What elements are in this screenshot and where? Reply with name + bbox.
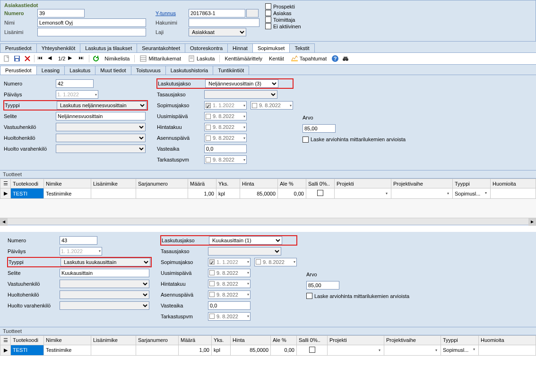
col-tuotekoodi[interactable]: Tuotekoodi	[11, 179, 44, 188]
table-row[interactable]: ▶ TESTI Testinimike 1,00 kpl 85,0000 0,0…	[0, 345, 536, 355]
col-projektivaihe[interactable]: Projektivaihe	[384, 335, 441, 345]
sopimusjakso-from-date[interactable]: ✓1. 1.2022▾	[204, 101, 247, 110]
prospekti-checkbox[interactable]	[265, 3, 271, 9]
cell-projekti[interactable]: ▾	[335, 188, 391, 199]
arvo-input[interactable]	[306, 281, 339, 290]
numero-input[interactable]	[56, 79, 94, 88]
cell-lisanimike[interactable]	[91, 345, 136, 355]
tasausjakso-select[interactable]	[204, 90, 277, 99]
subtab-leasing[interactable]: Leasing	[36, 66, 65, 75]
cell-nimike[interactable]: Testinimike	[44, 345, 91, 355]
tab-tekstit[interactable]: Tekstit	[289, 43, 314, 52]
col-tyyppi[interactable]: Tyyppi	[441, 335, 479, 345]
col-sarjanumero[interactable]: Sarjanumero	[136, 335, 179, 345]
nav-first-icon[interactable]: ⏮	[37, 55, 45, 62]
asennuspaiva-date[interactable]: 9. 8.2022▾	[208, 290, 251, 299]
tarkastuspvm-date[interactable]: 9. 8.2022▾	[204, 155, 247, 164]
col-salli0[interactable]: Salli 0%..	[297, 335, 328, 345]
selite-input[interactable]	[60, 269, 149, 277]
cell-ale[interactable]: 0,00	[271, 345, 297, 355]
col-yks[interactable]: Yks.	[216, 179, 240, 188]
tyyppi-select[interactable]: Laskutus kuukausittain	[61, 258, 150, 266]
tab-sopimukset[interactable]: Sopimukset	[252, 43, 290, 52]
cell-hinta[interactable]: 85,0000	[240, 188, 278, 199]
cell-huomioita[interactable]	[491, 188, 536, 199]
binoculars-icon[interactable]	[342, 55, 349, 62]
col-nimike[interactable]: Nimike	[44, 335, 91, 345]
uusimispaiva-date[interactable]: 9. 8.2022▾	[204, 112, 247, 120]
filter-icon[interactable]: ☰	[0, 179, 11, 188]
tab-perustiedot[interactable]: Perustiedot	[0, 43, 37, 52]
cell-projekti[interactable]: ▾	[328, 345, 384, 355]
subtab-tuntikiintiot[interactable]: Tuntikiintiöt	[213, 66, 249, 75]
mittarilukemat-button[interactable]: Mittarilukemat	[138, 54, 182, 63]
hintatakuu-date[interactable]: 9. 8.2022▾	[208, 280, 251, 288]
help-icon[interactable]: ?	[331, 55, 339, 62]
delete-icon[interactable]	[24, 55, 31, 62]
hintatakuu-date[interactable]: 9. 8.2022▾	[204, 123, 247, 131]
laskuta-button[interactable]: Laskuta	[186, 54, 217, 63]
subtab-toistuvuus[interactable]: Toistuvuus	[131, 66, 166, 75]
ytunnus-button[interactable]	[246, 9, 259, 17]
huoltovara-select[interactable]	[56, 145, 146, 153]
numero-input[interactable]	[37, 9, 85, 17]
paivays-date[interactable]: 1. 1.2022▾	[56, 90, 98, 99]
cell-tuotekoodi[interactable]: TESTI	[11, 188, 44, 199]
paivays-date[interactable]: 1. 1.2022▾	[60, 247, 102, 256]
cell-maara[interactable]: 1,00	[179, 345, 212, 355]
uusimispaiva-date[interactable]: 9. 8.2022▾	[208, 269, 251, 277]
cell-projektivaihe[interactable]: ▾	[384, 345, 441, 355]
cell-nimike[interactable]: Testinimike	[44, 188, 91, 199]
sopimusjakso-to-date[interactable]: 9. 8.2022▾	[251, 101, 293, 110]
col-projektivaihe[interactable]: Projektivaihe	[391, 179, 453, 188]
col-ale[interactable]: Ale %	[271, 335, 297, 345]
nimi-input[interactable]	[37, 18, 146, 27]
tarkastuspvm-date[interactable]: 9. 8.2022▾	[208, 312, 251, 321]
toimittaja-checkbox[interactable]	[265, 17, 271, 23]
new-icon[interactable]	[3, 55, 10, 62]
ytunnus-input[interactable]	[189, 9, 245, 17]
subtab-perustiedot[interactable]: Perustiedot	[0, 66, 37, 75]
cell-hinta[interactable]: 85,0000	[231, 345, 271, 355]
huoltohenkilo-select[interactable]	[60, 290, 149, 299]
cell-yks[interactable]: kpl	[212, 345, 231, 355]
numero-input[interactable]	[60, 236, 97, 245]
col-tyyppi[interactable]: Tyyppi	[453, 179, 491, 188]
laji-select[interactable]: Asiakkaat	[189, 28, 246, 36]
cell-tyyppi[interactable]: Sopimusl...▾	[441, 345, 479, 355]
laske-checkbox[interactable]	[306, 293, 312, 299]
col-maara[interactable]: Määrä	[188, 179, 216, 188]
laskutusjakso-select[interactable]: Kuukausittain (1)	[209, 236, 282, 245]
sopimusjakso-from-date[interactable]: ✓1. 1.2022▾	[208, 258, 251, 266]
huoltohenkilo-select[interactable]	[56, 134, 146, 142]
lisanimi-input[interactable]	[37, 28, 146, 36]
vasteaika-input[interactable]	[204, 145, 247, 153]
cell-yks[interactable]: kpl	[216, 188, 240, 199]
sopimusjakso-to-date[interactable]: 9. 8.2022▾	[254, 258, 297, 266]
horizontal-scrollbar[interactable]: ◀▶	[0, 218, 536, 225]
save-icon[interactable]	[13, 55, 21, 62]
kenttamaarittely-button[interactable]: Kenttämäärittely	[223, 55, 264, 62]
arvo-input[interactable]	[303, 124, 336, 133]
cell-sarjanumero[interactable]	[136, 188, 188, 199]
tab-seurantakohteet[interactable]: Seurantakohteet	[137, 43, 185, 52]
asennuspaiva-date[interactable]: 9. 8.2022▾	[204, 134, 247, 142]
col-hinta[interactable]: Hinta	[231, 335, 271, 345]
laskutusjakso-select[interactable]: Neljännesvuosittain (3)	[205, 79, 278, 88]
nav-next-icon[interactable]: ▶	[68, 55, 76, 62]
subtab-laskutushistoria[interactable]: Laskutushistoria	[165, 66, 214, 75]
col-maara[interactable]: Määrä	[179, 335, 212, 345]
selite-input[interactable]	[56, 112, 146, 120]
col-lisanimike[interactable]: Lisänimike	[91, 335, 136, 345]
cell-projektivaihe[interactable]: ▾	[391, 188, 453, 199]
cell-tuotekoodi[interactable]: TESTI	[11, 345, 44, 355]
refresh-icon[interactable]	[92, 55, 100, 62]
tasausjakso-select[interactable]	[208, 247, 281, 256]
cell-sarjanumero[interactable]	[136, 345, 179, 355]
nimikelista-button[interactable]: Nimikelista	[103, 55, 131, 62]
col-hinta[interactable]: Hinta	[240, 179, 278, 188]
cell-maara[interactable]: 1,00	[188, 188, 216, 199]
ytunnus-link[interactable]: Y-tunnus	[156, 10, 189, 16]
laske-checkbox[interactable]	[303, 136, 309, 143]
cell-huomioita[interactable]	[479, 345, 536, 355]
